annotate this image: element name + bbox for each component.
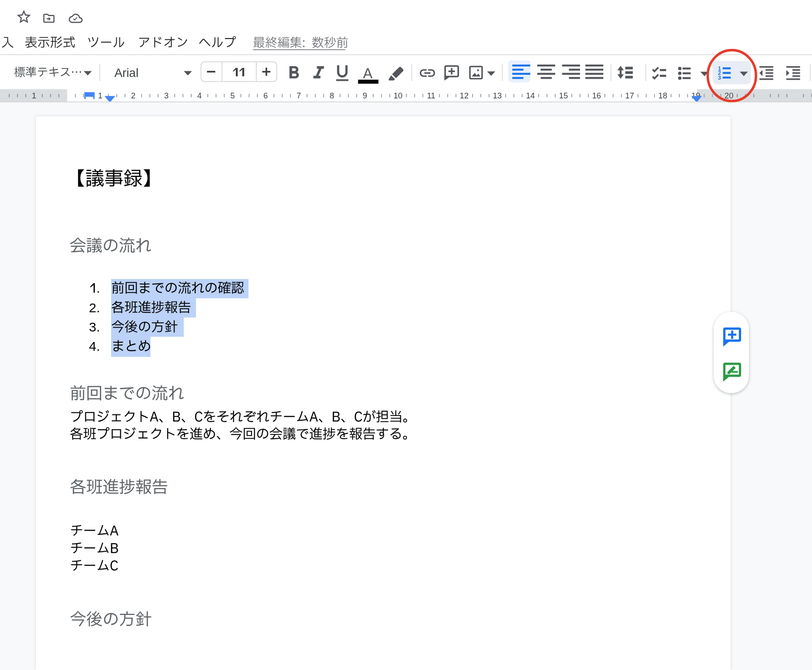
svg-text:2.: 2. <box>89 300 100 315</box>
svg-text:3.: 3. <box>89 319 100 334</box>
svg-text:.: . <box>96 280 100 295</box>
svg-text:4.: 4. <box>89 338 100 353</box>
